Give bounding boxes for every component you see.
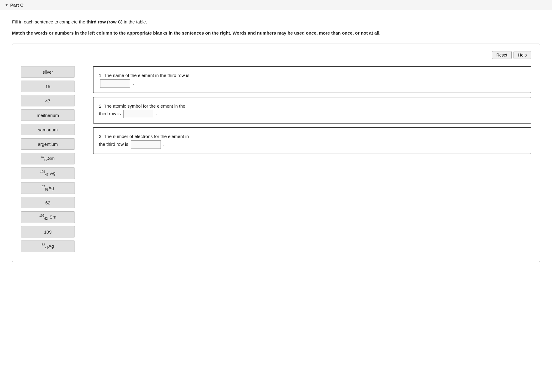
card-meitnerium[interactable]: meitnerium <box>21 109 75 121</box>
card-47ag62-label: 4762Ag <box>42 185 54 191</box>
q3-text-line1: 3. The number of electrons for the eleme… <box>99 134 189 139</box>
card-meitnerium-label: meitnerium <box>37 113 59 118</box>
q3-answer-blank[interactable] <box>131 140 161 149</box>
card-47ag62[interactable]: 4762Ag <box>21 182 75 194</box>
card-109sm62-label: 10962 Sm <box>39 214 56 220</box>
card-47-label: 47 <box>45 98 51 103</box>
instructions-line1: Fill in each sentence to complete the th… <box>12 19 540 26</box>
q2-answer-blank[interactable] <box>123 110 153 118</box>
part-label: Part C <box>10 2 23 8</box>
card-15-label: 15 <box>45 84 51 89</box>
card-109ag47-label: 10947 Ag <box>40 170 56 176</box>
page-header: ▼ Part C <box>0 0 552 10</box>
card-62-label: 62 <box>45 200 51 205</box>
reset-button[interactable]: Reset <box>492 51 512 59</box>
q2-text-line2: third row is <box>99 111 122 116</box>
card-samarium-label: samarium <box>38 127 58 132</box>
q2-period: . <box>156 111 157 116</box>
question-2-box: 2. The atomic symbol for the element in … <box>93 97 531 124</box>
exercise-columns: silver 15 47 meitnerium samarium argenti… <box>21 66 531 252</box>
q3-period: . <box>163 142 164 147</box>
question-3-box: 3. The number of electrons for the eleme… <box>93 127 531 154</box>
q1-answer-blank[interactable] <box>100 79 130 88</box>
card-samarium[interactable]: samarium <box>21 124 75 135</box>
card-47sm62[interactable]: 4762Sm <box>21 153 75 164</box>
q1-period: . <box>133 81 134 86</box>
word-cards-column: silver 15 47 meitnerium samarium argenti… <box>21 66 75 252</box>
main-exercise-box: Reset Help silver 15 47 meitnerium sa <box>12 44 540 262</box>
question-1-box: 1. The name of the element in the third … <box>93 66 531 93</box>
collapse-arrow-icon: ▼ <box>5 3 8 7</box>
bold-row-c: third row (row C) <box>87 19 123 24</box>
card-argentium-label: argentium <box>38 142 58 147</box>
card-109-label: 109 <box>44 229 51 234</box>
q1-text: 1. The name of the element in the third … <box>99 73 189 78</box>
q3-text-line2: the third row is <box>99 142 130 147</box>
action-buttons: Reset Help <box>21 51 531 59</box>
card-silver-label: silver <box>42 69 53 75</box>
card-15[interactable]: 15 <box>21 81 75 92</box>
card-62ag47[interactable]: 6247Ag <box>21 240 75 252</box>
card-62ag47-label: 6247Ag <box>42 243 54 250</box>
card-argentium[interactable]: argentium <box>21 138 75 150</box>
card-47[interactable]: 47 <box>21 95 75 106</box>
instructions-line2: Match the words or numbers in the left c… <box>12 30 540 37</box>
card-silver[interactable]: silver <box>21 66 75 78</box>
help-button[interactable]: Help <box>514 51 531 59</box>
card-109[interactable]: 109 <box>21 226 75 237</box>
questions-column: 1. The name of the element in the third … <box>93 66 531 154</box>
main-content: Fill in each sentence to complete the th… <box>0 10 552 274</box>
q2-text-line1: 2. The atomic symbol for the element in … <box>99 103 185 109</box>
card-47sm62-label: 4762Sm <box>41 155 55 162</box>
card-109ag47[interactable]: 10947 Ag <box>21 167 75 179</box>
card-62[interactable]: 62 <box>21 197 75 208</box>
card-109sm62[interactable]: 10962 Sm <box>21 211 75 223</box>
